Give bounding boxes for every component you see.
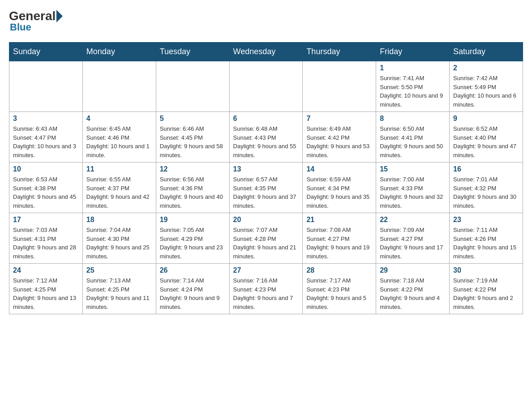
calendar-cell: 19Sunrise: 7:05 AMSunset: 4:29 PMDayligh… [156, 213, 229, 264]
calendar-cell [229, 61, 303, 112]
calendar-cell: 25Sunrise: 7:13 AMSunset: 4:25 PMDayligh… [82, 264, 156, 314]
day-info: Sunrise: 6:55 AMSunset: 4:37 PMDaylight:… [86, 175, 152, 210]
day-info: Sunrise: 7:09 AMSunset: 4:27 PMDaylight:… [380, 226, 446, 261]
day-number: 6 [233, 115, 299, 123]
week-row-4: 17Sunrise: 7:03 AMSunset: 4:31 PMDayligh… [9, 213, 523, 264]
calendar-cell: 15Sunrise: 7:00 AMSunset: 4:33 PMDayligh… [376, 163, 450, 213]
day-number: 10 [13, 165, 79, 173]
header-saturday: Saturday [450, 43, 523, 61]
calendar-cell [303, 61, 376, 112]
week-row-2: 3Sunrise: 6:43 AMSunset: 4:47 PMDaylight… [9, 112, 523, 163]
calendar-cell: 8Sunrise: 6:50 AMSunset: 4:41 PMDaylight… [376, 112, 450, 163]
header-sunday: Sunday [9, 43, 83, 61]
day-info: Sunrise: 7:19 AMSunset: 4:22 PMDaylight:… [453, 276, 519, 311]
day-info: Sunrise: 6:48 AMSunset: 4:43 PMDaylight:… [233, 124, 299, 159]
header-friday: Friday [376, 43, 450, 61]
calendar-cell: 27Sunrise: 7:16 AMSunset: 4:23 PMDayligh… [229, 264, 303, 314]
header-monday: Monday [82, 43, 156, 61]
calendar-cell: 11Sunrise: 6:55 AMSunset: 4:37 PMDayligh… [82, 163, 156, 213]
day-number: 17 [13, 216, 79, 224]
calendar-cell: 16Sunrise: 7:01 AMSunset: 4:32 PMDayligh… [450, 163, 523, 213]
calendar-cell: 30Sunrise: 7:19 AMSunset: 4:22 PMDayligh… [450, 264, 523, 314]
calendar-cell: 20Sunrise: 7:07 AMSunset: 4:28 PMDayligh… [229, 213, 303, 264]
day-number: 9 [453, 115, 519, 123]
calendar-cell: 17Sunrise: 7:03 AMSunset: 4:31 PMDayligh… [9, 213, 83, 264]
day-number: 13 [233, 165, 299, 173]
day-info: Sunrise: 7:14 AMSunset: 4:24 PMDaylight:… [160, 276, 226, 311]
day-number: 2 [453, 64, 519, 72]
day-number: 18 [86, 216, 152, 224]
calendar-cell: 22Sunrise: 7:09 AMSunset: 4:27 PMDayligh… [376, 213, 450, 264]
day-number: 3 [13, 115, 79, 123]
calendar-cell: 18Sunrise: 7:04 AMSunset: 4:30 PMDayligh… [82, 213, 156, 264]
calendar-cell: 28Sunrise: 7:17 AMSunset: 4:23 PMDayligh… [303, 264, 376, 314]
day-number: 14 [306, 165, 372, 173]
day-info: Sunrise: 6:46 AMSunset: 4:45 PMDaylight:… [160, 124, 226, 159]
calendar-cell: 1Sunrise: 7:41 AMSunset: 5:50 PMDaylight… [376, 61, 450, 112]
logo: General Blue [9, 9, 64, 33]
day-number: 29 [380, 266, 446, 274]
day-info: Sunrise: 7:03 AMSunset: 4:31 PMDaylight:… [13, 226, 79, 261]
day-number: 28 [306, 266, 372, 274]
day-number: 24 [13, 266, 79, 274]
day-number: 12 [160, 165, 226, 173]
day-info: Sunrise: 7:01 AMSunset: 4:32 PMDaylight:… [453, 175, 519, 210]
logo-blue-text: Blue [10, 21, 31, 33]
calendar-cell: 3Sunrise: 6:43 AMSunset: 4:47 PMDaylight… [9, 112, 83, 163]
day-info: Sunrise: 6:57 AMSunset: 4:35 PMDaylight:… [233, 175, 299, 210]
day-info: Sunrise: 7:07 AMSunset: 4:28 PMDaylight:… [233, 226, 299, 261]
day-info: Sunrise: 6:53 AMSunset: 4:38 PMDaylight:… [13, 175, 79, 210]
day-info: Sunrise: 7:05 AMSunset: 4:29 PMDaylight:… [160, 226, 226, 261]
day-info: Sunrise: 7:11 AMSunset: 4:26 PMDaylight:… [453, 226, 519, 261]
week-row-3: 10Sunrise: 6:53 AMSunset: 4:38 PMDayligh… [9, 163, 523, 213]
week-row-5: 24Sunrise: 7:12 AMSunset: 4:25 PMDayligh… [9, 264, 523, 314]
day-info: Sunrise: 7:13 AMSunset: 4:25 PMDaylight:… [86, 276, 152, 311]
day-number: 22 [380, 216, 446, 224]
calendar-cell [82, 61, 156, 112]
logo-arrow-icon [56, 10, 63, 22]
day-number: 21 [306, 216, 372, 224]
calendar-cell: 24Sunrise: 7:12 AMSunset: 4:25 PMDayligh… [9, 264, 83, 314]
day-number: 7 [306, 115, 372, 123]
day-info: Sunrise: 7:08 AMSunset: 4:27 PMDaylight:… [306, 226, 372, 261]
day-number: 20 [233, 216, 299, 224]
day-info: Sunrise: 7:12 AMSunset: 4:25 PMDaylight:… [13, 276, 79, 311]
calendar-cell: 4Sunrise: 6:45 AMSunset: 4:46 PMDaylight… [82, 112, 156, 163]
calendar-cell: 13Sunrise: 6:57 AMSunset: 4:35 PMDayligh… [229, 163, 303, 213]
day-info: Sunrise: 6:45 AMSunset: 4:46 PMDaylight:… [86, 124, 152, 159]
day-number: 1 [380, 64, 446, 72]
calendar-cell: 6Sunrise: 6:48 AMSunset: 4:43 PMDaylight… [229, 112, 303, 163]
day-number: 30 [453, 266, 519, 274]
calendar-cell [9, 61, 83, 112]
day-info: Sunrise: 7:17 AMSunset: 4:23 PMDaylight:… [306, 276, 372, 311]
day-info: Sunrise: 7:18 AMSunset: 4:22 PMDaylight:… [380, 276, 446, 311]
day-number: 23 [453, 216, 519, 224]
calendar-cell: 23Sunrise: 7:11 AMSunset: 4:26 PMDayligh… [450, 213, 523, 264]
day-info: Sunrise: 6:43 AMSunset: 4:47 PMDaylight:… [13, 124, 79, 159]
week-row-1: 1Sunrise: 7:41 AMSunset: 5:50 PMDaylight… [9, 61, 523, 112]
day-number: 25 [86, 266, 152, 274]
day-number: 5 [160, 115, 226, 123]
day-info: Sunrise: 7:42 AMSunset: 5:49 PMDaylight:… [453, 74, 519, 109]
calendar-cell [156, 61, 229, 112]
day-info: Sunrise: 6:52 AMSunset: 4:40 PMDaylight:… [453, 124, 519, 159]
day-number: 27 [233, 266, 299, 274]
calendar-cell: 7Sunrise: 6:49 AMSunset: 4:42 PMDaylight… [303, 112, 376, 163]
page-header: General Blue [9, 9, 523, 33]
day-number: 26 [160, 266, 226, 274]
calendar-cell: 21Sunrise: 7:08 AMSunset: 4:27 PMDayligh… [303, 213, 376, 264]
day-info: Sunrise: 6:49 AMSunset: 4:42 PMDaylight:… [306, 124, 372, 159]
calendar-cell: 9Sunrise: 6:52 AMSunset: 4:40 PMDaylight… [450, 112, 523, 163]
header-thursday: Thursday [303, 43, 376, 61]
day-number: 19 [160, 216, 226, 224]
calendar-cell: 5Sunrise: 6:46 AMSunset: 4:45 PMDaylight… [156, 112, 229, 163]
day-info: Sunrise: 6:59 AMSunset: 4:34 PMDaylight:… [306, 175, 372, 210]
calendar-header-row: SundayMondayTuesdayWednesdayThursdayFrid… [9, 43, 523, 61]
day-number: 4 [86, 115, 152, 123]
calendar-table: SundayMondayTuesdayWednesdayThursdayFrid… [9, 42, 523, 314]
header-tuesday: Tuesday [156, 43, 229, 61]
day-number: 8 [380, 115, 446, 123]
calendar-cell: 2Sunrise: 7:42 AMSunset: 5:49 PMDaylight… [450, 61, 523, 112]
calendar-cell: 10Sunrise: 6:53 AMSunset: 4:38 PMDayligh… [9, 163, 83, 213]
day-info: Sunrise: 6:56 AMSunset: 4:36 PMDaylight:… [160, 175, 226, 210]
